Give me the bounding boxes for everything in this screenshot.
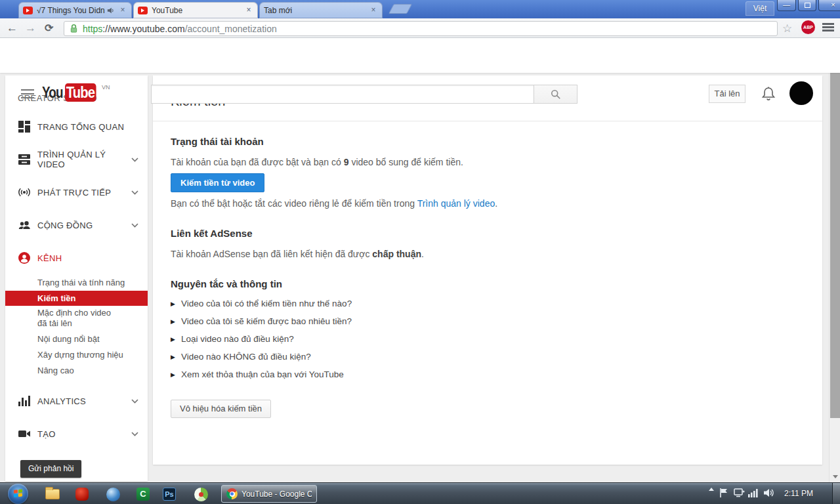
forward-button[interactable]: → <box>25 22 36 35</box>
sidebar-item-video-manager[interactable]: TRÌNH QUẢN LÝ VIDEO <box>5 143 148 176</box>
close-button[interactable]: × <box>818 0 840 11</box>
monetization-panel: Kiếm tiền Trạng thái tài khoản Tài khoản… <box>153 75 822 465</box>
account-status-text: Tài khoản của bạn đã được bật và bạn có … <box>171 157 463 167</box>
creator-studio-sidebar: CREATOR STUDIO TRANG TỔNG QUAN TRÌNH QUẢ… <box>5 75 148 481</box>
browser-tab-1[interactable]: √7 Things You Didn't K × <box>18 2 132 18</box>
sidebar-subitem-advanced[interactable]: Nâng cao <box>5 362 148 378</box>
tab-audio-icon[interactable] <box>107 7 115 14</box>
search-icon <box>551 89 561 100</box>
sidebar-item-create[interactable]: TẠO <box>5 417 148 450</box>
expand-arrow-icon: ▶ <box>171 371 175 378</box>
adsense-heading: Liên kết AdSense <box>171 228 252 239</box>
expand-arrow-icon: ▶ <box>171 354 175 360</box>
sidebar-item-channel[interactable]: KÊNH <box>5 242 148 274</box>
chevron-down-icon <box>131 190 138 195</box>
guideline-expander[interactable]: ▶Video nào KHÔNG đủ điều kiện? <box>171 348 352 366</box>
explorer-taskbar-icon[interactable] <box>44 486 61 503</box>
create-videocam-icon <box>18 428 30 440</box>
address-bar[interactable]: https://www.youtube.com/account_monetiza… <box>64 21 778 36</box>
upload-button[interactable]: Tải lên <box>709 85 746 103</box>
guideline-expander[interactable]: ▶Loại video nào đủ điều kiện? <box>171 330 352 348</box>
page-scrollbar[interactable] <box>829 38 840 482</box>
notifications-bell-icon[interactable] <box>761 86 776 104</box>
sidebar-item-dashboard[interactable]: TRANG TỔNG QUAN <box>5 110 148 143</box>
chevron-down-icon <box>131 223 138 228</box>
browser-tab-3[interactable]: Tab mới × <box>259 2 383 18</box>
tab-close-icon[interactable]: × <box>244 6 253 15</box>
signal-strength-icon[interactable] <box>748 488 759 497</box>
minimize-button[interactable]: — <box>777 0 796 11</box>
sidebar-subitem-branding[interactable]: Xây dựng thương hiệu <box>5 346 148 362</box>
guidelines-list: ▶Video của tôi có thể kiếm tiền như thế … <box>171 295 352 383</box>
sidebar-item-analytics[interactable]: ANALYTICS <box>5 385 148 417</box>
tray-show-hidden-icons[interactable] <box>706 488 717 491</box>
analytics-icon <box>18 395 30 407</box>
toggle-monetization-text: Bạn có thể bật hoặc tắt các video riêng … <box>171 198 497 209</box>
chevron-down-icon <box>131 399 138 404</box>
guideline-expander[interactable]: ▶Video của tôi sẽ kiếm được bao nhiêu ti… <box>171 312 352 330</box>
browser-tab-2-active[interactable]: YouTube × <box>133 2 258 18</box>
chrome-menu-icon[interactable] <box>822 23 834 33</box>
adsense-text: Tài khoản AdSense bạn đã liên kết hiện đ… <box>171 249 424 259</box>
expand-arrow-icon: ▶ <box>171 336 175 343</box>
url-text: https://www.youtube.com/account_monetiza… <box>83 24 277 34</box>
maximize-button[interactable] <box>798 0 816 11</box>
window-controls: — × <box>777 0 840 11</box>
tab-title: √7 Things You Didn't K <box>37 6 105 15</box>
expand-arrow-icon: ▶ <box>171 301 175 307</box>
send-feedback-button[interactable]: Gửi phản hồi <box>20 460 81 478</box>
bookmark-star-icon[interactable]: ☆ <box>782 22 792 35</box>
coccoc-taskbar-icon[interactable] <box>192 486 209 503</box>
network-connection-icon[interactable] <box>734 488 745 498</box>
tab-close-icon[interactable]: × <box>369 6 378 15</box>
monetize-videos-button[interactable]: Kiếm tiền từ video <box>171 173 264 192</box>
search-button[interactable] <box>534 85 578 104</box>
divider <box>153 121 822 121</box>
youtube-favicon <box>23 7 33 14</box>
youtube-masthead: You Tube VN Tải lên <box>0 38 840 73</box>
sidebar-subitem-monetization-active[interactable]: Kiếm tiền <box>5 291 148 306</box>
adblock-icon[interactable]: ABP <box>801 20 815 34</box>
guideline-expander[interactable]: ▶Xem xét thỏa thuận của bạn với YouTube <box>171 366 352 383</box>
expand-arrow-icon: ▶ <box>171 318 175 325</box>
tab-close-icon[interactable]: × <box>118 6 127 15</box>
scroll-down-arrow[interactable] <box>830 471 840 482</box>
sidebar-subitem-status-features[interactable]: Trạng thái và tính năng <box>5 274 148 290</box>
sidebar-subitem-featured-content[interactable]: Nội dung nổi bật <box>5 331 148 346</box>
sidebar-item-community[interactable]: CỘNG ĐỒNG <box>5 209 148 242</box>
volume-speaker-icon[interactable] <box>763 488 774 498</box>
guide-hamburger-icon[interactable] <box>21 89 34 101</box>
red-app-taskbar-icon[interactable] <box>74 486 91 503</box>
media-player-taskbar-icon[interactable] <box>104 486 121 503</box>
chrome-profile-badge[interactable]: Việt <box>746 1 774 16</box>
start-button[interactable] <box>8 484 28 504</box>
sidebar-item-live-streaming[interactable]: PHÁT TRỰC TIẾP <box>5 176 148 209</box>
dashboard-icon <box>18 121 30 133</box>
account-avatar[interactable] <box>789 81 813 105</box>
video-manager-link[interactable]: Trình quản lý video <box>417 198 495 209</box>
account-status-heading: Trạng thái tài khoản <box>171 136 264 147</box>
community-icon <box>18 219 30 231</box>
camtasia-taskbar-icon[interactable]: C <box>135 486 152 503</box>
reload-button[interactable]: ⟳ <box>45 22 53 35</box>
photoshop-taskbar-icon[interactable]: Ps <box>161 486 178 503</box>
tab-title: YouTube <box>152 6 241 15</box>
sidebar-subitem-upload-defaults[interactable]: Mặc định cho video đã tải lên <box>5 306 148 330</box>
secure-lock-icon[interactable] <box>70 24 78 33</box>
search-input[interactable] <box>151 85 534 104</box>
disable-monetization-button[interactable]: Vô hiệu hóa kiếm tiền <box>171 400 271 418</box>
channel-icon <box>18 252 30 264</box>
chevron-down-icon <box>131 432 138 436</box>
youtube-logo[interactable]: You Tube VN <box>42 83 110 102</box>
guideline-expander[interactable]: ▶Video của tôi có thể kiếm tiền như thế … <box>171 295 352 312</box>
logo-region: VN <box>102 84 110 91</box>
scrollbar-thumb[interactable] <box>830 51 840 418</box>
back-button[interactable]: ← <box>7 22 18 35</box>
show-desktop-button[interactable] <box>832 483 840 504</box>
new-tab-button[interactable] <box>388 4 412 14</box>
taskbar-clock[interactable]: 2:11 PM <box>781 483 816 504</box>
action-center-flag-icon[interactable] <box>719 488 728 498</box>
chrome-window-taskbar-button[interactable]: YouTube - Google C... <box>221 485 317 503</box>
logo-you: You <box>42 83 63 102</box>
screen: √7 Things You Didn't K × YouTube × Tab m… <box>0 0 840 504</box>
